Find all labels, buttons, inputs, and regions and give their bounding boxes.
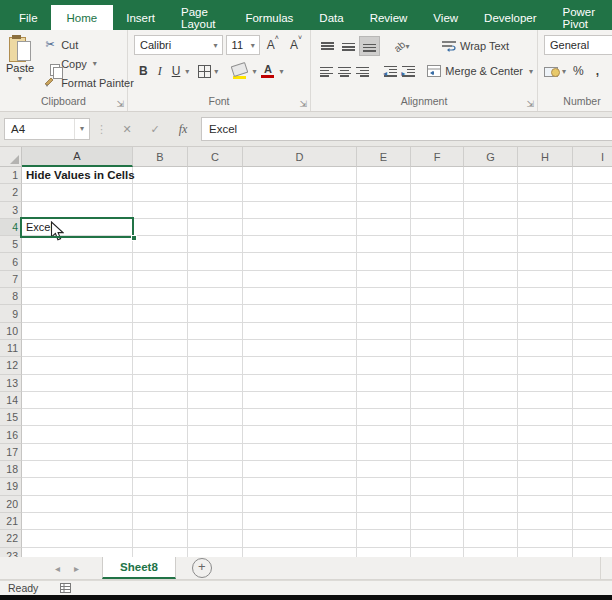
- cell-i22[interactable]: [573, 530, 612, 547]
- cell-h8[interactable]: [518, 288, 573, 305]
- cell-a20[interactable]: [22, 496, 133, 513]
- cell-a21[interactable]: [22, 513, 133, 530]
- row-header-21[interactable]: 21: [0, 513, 22, 530]
- cell-e13[interactable]: [357, 375, 411, 392]
- cell-g19[interactable]: [464, 478, 518, 495]
- grow-font-button[interactable]: A˄: [263, 38, 283, 52]
- italic-button[interactable]: I: [153, 64, 167, 79]
- cell-h18[interactable]: [518, 461, 573, 478]
- cell-g8[interactable]: [464, 288, 518, 305]
- cell-g6[interactable]: [464, 253, 518, 270]
- column-header-g[interactable]: G: [464, 147, 518, 167]
- cell-i8[interactable]: [573, 288, 612, 305]
- cell-b23[interactable]: [133, 548, 188, 557]
- cell-i3[interactable]: [573, 202, 612, 219]
- cell-g9[interactable]: [464, 305, 518, 322]
- cell-c11[interactable]: [188, 340, 243, 357]
- cell-g17[interactable]: [464, 444, 518, 461]
- copy-dropdown-caret[interactable]: ▾: [93, 59, 97, 68]
- name-box[interactable]: A4 ▾: [4, 118, 90, 140]
- row-header-15[interactable]: 15: [0, 409, 22, 426]
- cell-e17[interactable]: [357, 444, 411, 461]
- cell-e23[interactable]: [357, 548, 411, 557]
- cell-i19[interactable]: [573, 478, 612, 495]
- borders-button[interactable]: [198, 65, 211, 78]
- cell-e22[interactable]: [357, 530, 411, 547]
- cell-c21[interactable]: [188, 513, 243, 530]
- cell-c19[interactable]: [188, 478, 243, 495]
- column-header-d[interactable]: D: [243, 147, 357, 167]
- sheet-nav-right-icon[interactable]: ▸: [67, 557, 86, 579]
- cell-b22[interactable]: [133, 530, 188, 547]
- cell-g22[interactable]: [464, 530, 518, 547]
- cell-b3[interactable]: [133, 202, 188, 219]
- clipboard-dialog-launcher-icon[interactable]: ⇲: [116, 100, 124, 108]
- cell-d23[interactable]: [243, 548, 357, 557]
- cell-b6[interactable]: [133, 253, 188, 270]
- underline-dropdown-caret[interactable]: ▾: [185, 67, 189, 76]
- cell-b17[interactable]: [133, 444, 188, 461]
- comma-style-button[interactable]: ,: [591, 64, 604, 78]
- row-header-1[interactable]: 1: [0, 167, 22, 184]
- font-color-dropdown-caret[interactable]: ▾: [276, 67, 286, 76]
- cell-i4[interactable]: [573, 219, 612, 236]
- cell-e9[interactable]: [357, 305, 411, 322]
- cell-b1[interactable]: [133, 167, 188, 184]
- cell-g23[interactable]: [464, 548, 518, 557]
- cell-g5[interactable]: [464, 236, 518, 253]
- cell-i17[interactable]: [573, 444, 612, 461]
- cell-f14[interactable]: [411, 392, 464, 409]
- cell-f21[interactable]: [411, 513, 464, 530]
- accounting-format-button[interactable]: [544, 66, 560, 77]
- cell-h1[interactable]: [518, 167, 573, 184]
- cell-e14[interactable]: [357, 392, 411, 409]
- merge-center-caret[interactable]: ▾: [529, 67, 533, 76]
- cell-g4[interactable]: [464, 219, 518, 236]
- cell-i1[interactable]: [573, 167, 612, 184]
- number-format-combobox[interactable]: General: [544, 35, 612, 55]
- cell-i7[interactable]: [573, 271, 612, 288]
- font-color-button[interactable]: A: [259, 65, 276, 78]
- cell-c5[interactable]: [188, 236, 243, 253]
- cell-h12[interactable]: [518, 357, 573, 374]
- macro-record-icon[interactable]: [60, 583, 71, 593]
- cell-f12[interactable]: [411, 357, 464, 374]
- cell-d13[interactable]: [243, 375, 357, 392]
- cell-d11[interactable]: [243, 340, 357, 357]
- paste-dropdown-caret[interactable]: ▾: [18, 74, 22, 83]
- cell-h21[interactable]: [518, 513, 573, 530]
- paste-button[interactable]: Paste ▾: [6, 35, 34, 94]
- cell-i9[interactable]: [573, 305, 612, 322]
- cell-a23[interactable]: [22, 548, 133, 557]
- cell-g10[interactable]: [464, 323, 518, 340]
- cell-b2[interactable]: [133, 184, 188, 201]
- cell-a8[interactable]: [22, 288, 133, 305]
- align-right-button[interactable]: [354, 61, 372, 81]
- cell-i6[interactable]: [573, 253, 612, 270]
- cell-e15[interactable]: [357, 409, 411, 426]
- row-header-2[interactable]: 2: [0, 184, 22, 201]
- cell-f19[interactable]: [411, 478, 464, 495]
- cancel-button[interactable]: ✕: [113, 123, 141, 136]
- cell-a10[interactable]: [22, 323, 133, 340]
- cell-b10[interactable]: [133, 323, 188, 340]
- cell-e20[interactable]: [357, 496, 411, 513]
- cell-e5[interactable]: [357, 236, 411, 253]
- cell-d4[interactable]: [243, 219, 357, 236]
- row-header-16[interactable]: 16: [0, 426, 22, 443]
- cell-g15[interactable]: [464, 409, 518, 426]
- cell-c14[interactable]: [188, 392, 243, 409]
- row-header-3[interactable]: 3: [0, 202, 22, 219]
- cell-e18[interactable]: [357, 461, 411, 478]
- sheet-tab-active[interactable]: Sheet8: [102, 557, 176, 579]
- cell-b19[interactable]: [133, 478, 188, 495]
- cell-a16[interactable]: [22, 426, 133, 443]
- percent-style-button[interactable]: %: [568, 64, 589, 78]
- cell-e16[interactable]: [357, 426, 411, 443]
- cell-h7[interactable]: [518, 271, 573, 288]
- cell-a14[interactable]: [22, 392, 133, 409]
- cell-d22[interactable]: [243, 530, 357, 547]
- row-header-5[interactable]: 5: [0, 236, 22, 253]
- cell-d9[interactable]: [243, 305, 357, 322]
- cell-a6[interactable]: [22, 253, 133, 270]
